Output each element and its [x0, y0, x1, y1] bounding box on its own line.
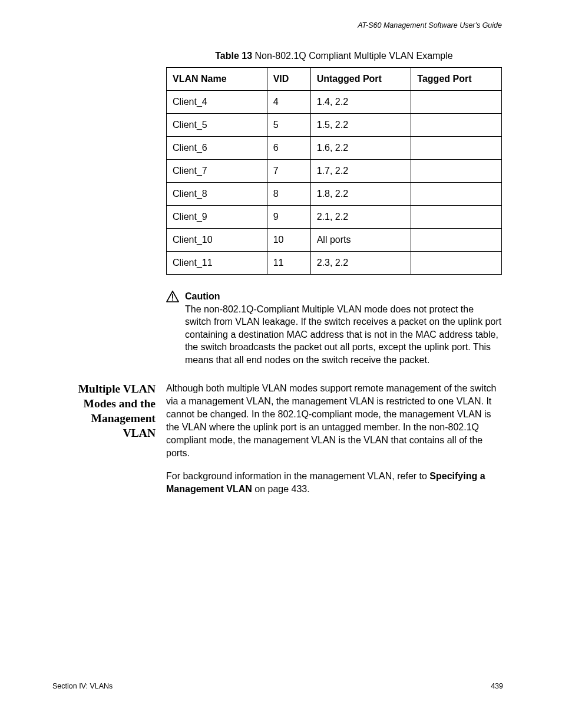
cell-tagged [411, 206, 502, 229]
cell-untagged: 2.1, 2.2 [310, 206, 411, 229]
table-row: Client_661.6, 2.2 [167, 137, 502, 160]
caution-text: Caution The non-802.1Q-Compliant Multipl… [185, 290, 502, 367]
table-row: Client_992.1, 2.2 [167, 206, 502, 229]
svg-point-2 [172, 299, 173, 301]
cell-tagged [411, 137, 502, 160]
cell-untagged: 1.6, 2.2 [310, 137, 411, 160]
cell-untagged: 1.8, 2.2 [310, 183, 411, 206]
cell-vid: 6 [267, 137, 310, 160]
cell-untagged: 1.5, 2.2 [310, 114, 411, 137]
cell-vid: 11 [267, 252, 310, 275]
cell-untagged: 1.7, 2.2 [310, 160, 411, 183]
cell-name: Client_11 [167, 252, 267, 275]
cell-name: Client_6 [167, 137, 267, 160]
table-row: Client_1010All ports [167, 229, 502, 252]
paragraph-2: For background information in the manage… [166, 470, 502, 496]
document-page: AT-S60 Management Software User's Guide … [0, 0, 562, 728]
vlan-table: VLAN Name VID Untagged Port Tagged Port … [166, 67, 502, 275]
table-caption-title: Non-802.1Q Compliant Multiple VLAN Examp… [252, 51, 453, 61]
cell-tagged [411, 252, 502, 275]
cell-name: Client_7 [167, 160, 267, 183]
cell-untagged: 2.3, 2.2 [310, 252, 411, 275]
table-header-row: VLAN Name VID Untagged Port Tagged Port [167, 68, 502, 91]
cell-tagged [411, 160, 502, 183]
cell-name: Client_10 [167, 229, 267, 252]
cell-vid: 8 [267, 183, 310, 206]
cell-name: Client_4 [167, 91, 267, 114]
footer-section-label: Section IV: VLANs [52, 682, 113, 690]
caution-icon [166, 291, 179, 305]
col-header-tagged: Tagged Port [411, 68, 502, 91]
cell-name: Client_9 [167, 206, 267, 229]
running-header: AT-S60 Management Software User's Guide [358, 21, 502, 29]
paragraph-2-pre: For background information in the manage… [166, 471, 429, 481]
col-header-name: VLAN Name [167, 68, 267, 91]
caution-block: Caution The non-802.1Q-Compliant Multipl… [166, 290, 502, 367]
table-row: Client_11112.3, 2.2 [167, 252, 502, 275]
col-header-untagged: Untagged Port [310, 68, 411, 91]
cell-vid: 4 [267, 91, 310, 114]
cell-name: Client_8 [167, 183, 267, 206]
cell-vid: 9 [267, 206, 310, 229]
paragraph-2-post: on page 433. [252, 484, 310, 494]
footer-page-number: 439 [491, 682, 503, 690]
cell-tagged [411, 114, 502, 137]
cell-name: Client_5 [167, 114, 267, 137]
cell-vid: 10 [267, 229, 310, 252]
table-caption: Table 13 Non-802.1Q Compliant Multiple V… [166, 51, 502, 61]
cell-untagged: 1.4, 2.2 [310, 91, 411, 114]
paragraph-1: Although both multiple VLAN modes suppor… [166, 382, 502, 459]
table-caption-number: Table 13 [215, 51, 252, 61]
body-section: Although both multiple VLAN modes suppor… [166, 382, 502, 506]
cell-tagged [411, 183, 502, 206]
caution-body: The non-802.1Q-Compliant Multiple VLAN m… [185, 304, 501, 365]
table-row: Client_771.7, 2.2 [167, 160, 502, 183]
caution-heading: Caution [185, 290, 502, 303]
side-heading: Multiple VLAN Modes and the Management V… [62, 382, 156, 441]
table-row: Client_881.8, 2.2 [167, 183, 502, 206]
table-row: Client_441.4, 2.2 [167, 91, 502, 114]
main-content: Table 13 Non-802.1Q Compliant Multiple V… [166, 47, 502, 367]
cell-untagged: All ports [310, 229, 411, 252]
col-header-vid: VID [267, 68, 310, 91]
cell-tagged [411, 229, 502, 252]
cell-vid: 5 [267, 114, 310, 137]
table-row: Client_551.5, 2.2 [167, 114, 502, 137]
cell-vid: 7 [267, 160, 310, 183]
cell-tagged [411, 91, 502, 114]
